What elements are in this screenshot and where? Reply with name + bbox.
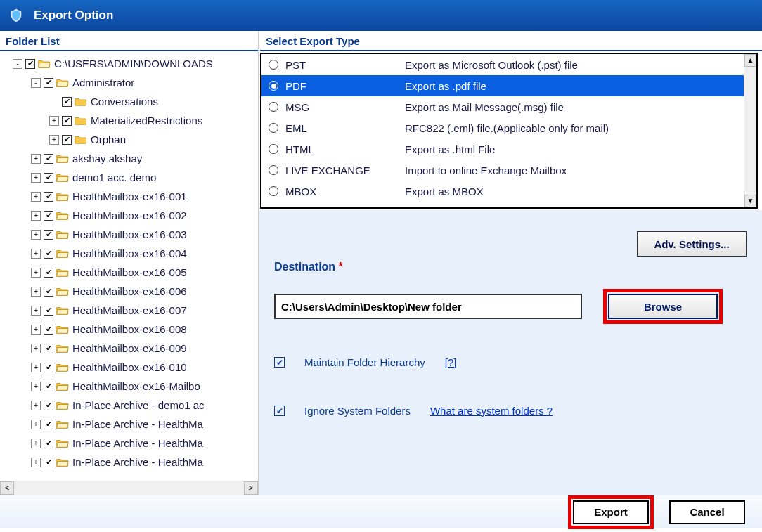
tree-checkbox[interactable]: ✔ (44, 230, 53, 240)
export-type-row[interactable]: HTMLExport as .html File (261, 138, 744, 160)
system-folders-link[interactable]: What are system folders ? (430, 405, 553, 417)
export-type-row[interactable]: LIVE EXCHANGEImport to online Exchange M… (261, 160, 744, 181)
expand-icon[interactable]: + (49, 135, 59, 145)
expand-icon[interactable]: + (31, 420, 41, 429)
tree-checkbox[interactable]: ✔ (44, 306, 53, 316)
tree-item[interactable]: +✔HealthMailbox-ex16-005 (4, 263, 258, 282)
h-scrollbar[interactable]: < > (0, 481, 258, 495)
tree-item[interactable]: +✔In-Place Archive - HealthMa (4, 453, 258, 472)
tree-item[interactable]: +✔HealthMailbox-ex16-Mailbo (4, 377, 258, 396)
scroll-left-icon[interactable]: < (0, 481, 14, 495)
browse-button[interactable]: Browse (608, 294, 718, 319)
export-type-row[interactable]: MSGExport as Mail Message(.msg) file (261, 96, 744, 117)
tree-item[interactable]: +✔In-Place Archive - demo1 ac (4, 396, 258, 415)
tree-checkbox[interactable]: ✔ (44, 325, 53, 335)
tree-item[interactable]: +✔In-Place Archive - HealthMa (4, 415, 258, 434)
tree-checkbox[interactable]: ✔ (44, 458, 53, 467)
expand-icon[interactable]: + (31, 439, 41, 448)
tree-item[interactable]: -✔Administrator (4, 73, 258, 92)
tree-item[interactable]: +✔HealthMailbox-ex16-004 (4, 244, 258, 263)
export-type-row[interactable]: MBOXExport as MBOX (261, 181, 744, 202)
tree-item[interactable]: ✔Conversations (4, 92, 258, 111)
scroll-right-icon[interactable]: > (244, 481, 258, 495)
tree-checkbox[interactable]: ✔ (62, 135, 72, 145)
tree-checkbox[interactable]: ✔ (44, 249, 53, 259)
tree-item[interactable]: +✔Orphan (4, 130, 258, 149)
expand-icon[interactable]: + (31, 154, 41, 164)
radio-icon[interactable] (269, 60, 278, 70)
tree-checkbox[interactable]: ✔ (62, 97, 72, 107)
expand-icon[interactable]: + (31, 382, 41, 391)
expand-icon[interactable]: + (31, 249, 41, 259)
tree-item[interactable]: +✔demo1 acc. demo (4, 168, 258, 187)
scroll-down-icon[interactable]: ▼ (744, 195, 756, 207)
expand-icon[interactable]: + (31, 192, 41, 202)
radio-icon[interactable] (269, 81, 278, 91)
expand-icon[interactable]: + (31, 173, 41, 183)
radio-icon[interactable] (269, 123, 278, 133)
tree-checkbox[interactable]: ✔ (44, 363, 53, 372)
tree-checkbox[interactable]: ✔ (44, 382, 53, 391)
tree-item[interactable]: +✔akshay akshay (4, 149, 258, 168)
export-type-row[interactable]: EMLRFC822 (.eml) file.(Applicable only f… (261, 117, 744, 138)
expand-icon[interactable]: - (31, 78, 41, 88)
scroll-up-icon[interactable]: ▲ (744, 54, 756, 67)
export-button[interactable]: Export (573, 500, 649, 524)
radio-icon[interactable] (269, 165, 278, 175)
tree-checkbox[interactable]: ✔ (44, 420, 53, 429)
tree-item[interactable]: +✔HealthMailbox-ex16-002 (4, 206, 258, 225)
tree-checkbox[interactable]: ✔ (44, 287, 53, 297)
tree-item-label: demo1 acc. demo (72, 171, 156, 183)
expand-icon[interactable]: + (31, 458, 41, 467)
expand-icon[interactable]: + (31, 211, 41, 221)
export-type-code: PDF (285, 80, 405, 92)
tree-item[interactable]: +✔HealthMailbox-ex16-008 (4, 320, 258, 339)
export-type-row[interactable]: PSTExport as Microsoft Outlook (.pst) fi… (261, 54, 744, 75)
adv-settings-button[interactable]: Adv. Settings... (637, 231, 747, 257)
tree-item[interactable]: -✔C:\USERS\ADMIN\DOWNLOADS (4, 54, 258, 73)
tree-item[interactable]: +✔HealthMailbox-ex16-003 (4, 225, 258, 244)
v-scrollbar[interactable]: ▲ ▼ (744, 54, 756, 207)
folder-tree[interactable]: -✔C:\USERS\ADMIN\DOWNLOADS-✔Administrato… (0, 51, 258, 481)
expand-icon[interactable]: + (31, 230, 41, 240)
tree-item[interactable]: +✔HealthMailbox-ex16-007 (4, 301, 258, 320)
expand-icon[interactable]: + (31, 344, 41, 353)
tree-checkbox[interactable]: ✔ (44, 173, 53, 183)
expand-icon[interactable]: + (31, 401, 41, 410)
expand-icon[interactable]: + (31, 287, 41, 297)
tree-checkbox[interactable]: ✔ (44, 344, 53, 353)
radio-icon[interactable] (269, 102, 278, 112)
expand-icon[interactable]: + (49, 116, 59, 126)
cancel-button[interactable]: Cancel (669, 500, 745, 524)
tree-item[interactable]: +✔HealthMailbox-ex16-009 (4, 339, 258, 358)
tree-checkbox[interactable]: ✔ (44, 154, 53, 164)
radio-icon[interactable] (269, 144, 278, 154)
maintain-hierarchy-help-link[interactable]: [?] (445, 356, 457, 368)
expand-icon[interactable]: + (31, 306, 41, 316)
tree-checkbox[interactable]: ✔ (25, 59, 35, 69)
tree-item[interactable]: +✔MaterializedRestrictions (4, 111, 258, 130)
tree-item[interactable]: +✔HealthMailbox-ex16-010 (4, 358, 258, 377)
export-type-row[interactable]: PDFExport as .pdf file (261, 75, 744, 96)
tree-checkbox[interactable]: ✔ (62, 116, 72, 126)
destination-input[interactable] (274, 294, 582, 319)
tree-checkbox[interactable]: ✔ (44, 192, 53, 202)
expand-icon[interactable]: + (31, 325, 41, 335)
app-icon (8, 8, 24, 23)
tree-checkbox[interactable]: ✔ (44, 439, 53, 448)
tree-checkbox[interactable]: ✔ (44, 268, 53, 278)
expand-icon[interactable]: - (13, 59, 22, 69)
tree-checkbox[interactable]: ✔ (44, 211, 53, 221)
export-type-row[interactable]: Office 365Export to Office 365 Account (261, 202, 744, 207)
tree-checkbox[interactable]: ✔ (44, 78, 53, 88)
tree-item[interactable]: +✔HealthMailbox-ex16-001 (4, 187, 258, 206)
tree-item[interactable]: +✔In-Place Archive - HealthMa (4, 434, 258, 453)
maintain-hierarchy-checkbox[interactable]: ✔ (274, 357, 285, 368)
expand-icon[interactable]: + (31, 268, 41, 278)
tree-item-label: HealthMailbox-ex16-008 (72, 323, 187, 335)
tree-item[interactable]: +✔HealthMailbox-ex16-006 (4, 282, 258, 301)
ignore-system-checkbox[interactable]: ✔ (274, 406, 285, 416)
tree-checkbox[interactable]: ✔ (44, 401, 53, 410)
expand-icon[interactable]: + (31, 363, 41, 372)
radio-icon[interactable] (269, 186, 278, 196)
